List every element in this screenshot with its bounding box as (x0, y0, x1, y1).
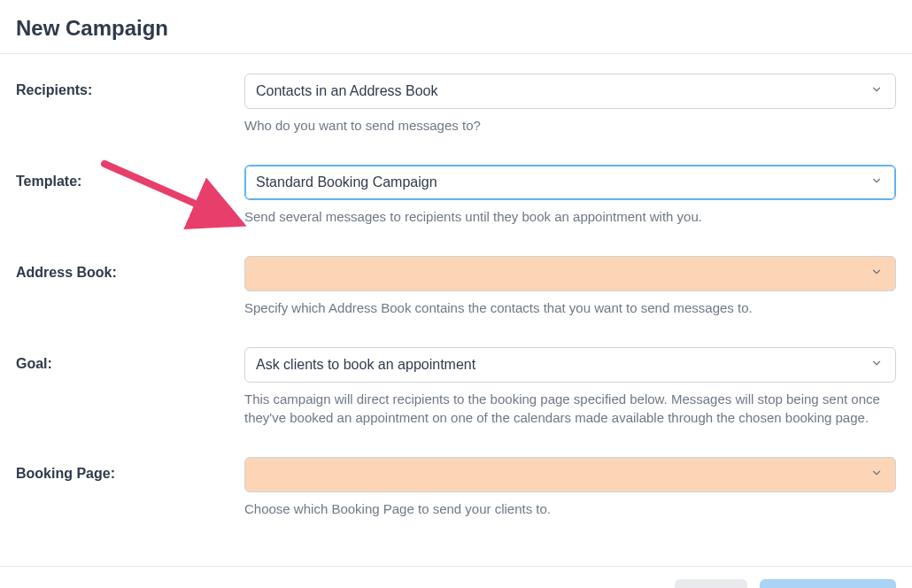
goal-value: Ask clients to book an appointment (256, 357, 475, 373)
goal-label: Goal: (16, 347, 244, 372)
create-campaign-button[interactable]: Create Campaign (760, 579, 896, 588)
recipients-help: Who do you want to send messages to? (244, 116, 896, 135)
chevron-down-icon (870, 357, 883, 373)
field-goal: Goal: Ask clients to book an appointment… (16, 347, 896, 427)
goal-select[interactable]: Ask clients to book an appointment (244, 347, 896, 383)
chevron-down-icon (870, 83, 883, 99)
template-value: Standard Booking Campaign (256, 174, 437, 190)
chevron-down-icon (870, 174, 883, 190)
booking-page-help: Choose which Booking Page to send your c… (244, 499, 896, 518)
field-recipients: Recipients: Contacts in an Address Book … (16, 74, 896, 135)
campaign-form: Recipients: Contacts in an Address Book … (0, 54, 912, 566)
field-address-book: Address Book: Specify which Address Book… (16, 256, 896, 317)
chevron-down-icon (870, 467, 883, 483)
template-help: Send several messages to recipients unti… (244, 207, 896, 226)
booking-page-select[interactable] (244, 457, 896, 492)
recipients-label: Recipients: (16, 74, 244, 98)
recipients-select[interactable]: Contacts in an Address Book (244, 74, 896, 109)
chevron-down-icon (870, 266, 883, 282)
address-book-help: Specify which Address Book contains the … (244, 298, 896, 317)
recipients-value: Contacts in an Address Book (256, 83, 437, 99)
template-label: Template: (16, 165, 244, 190)
address-book-label: Address Book: (16, 256, 244, 281)
footer: Cancel Create Campaign (0, 566, 912, 588)
field-template: Template: Standard Booking Campaign Send… (16, 165, 896, 226)
booking-page-label: Booking Page: (16, 457, 244, 482)
field-booking-page: Booking Page: Choose which Booking Page … (16, 457, 896, 518)
goal-help: This campaign will direct recipients to … (244, 390, 896, 427)
page-title: New Campaign (16, 16, 912, 41)
cancel-button[interactable]: Cancel (675, 579, 748, 588)
address-book-select[interactable] (244, 256, 896, 291)
template-select[interactable]: Standard Booking Campaign (244, 165, 896, 200)
